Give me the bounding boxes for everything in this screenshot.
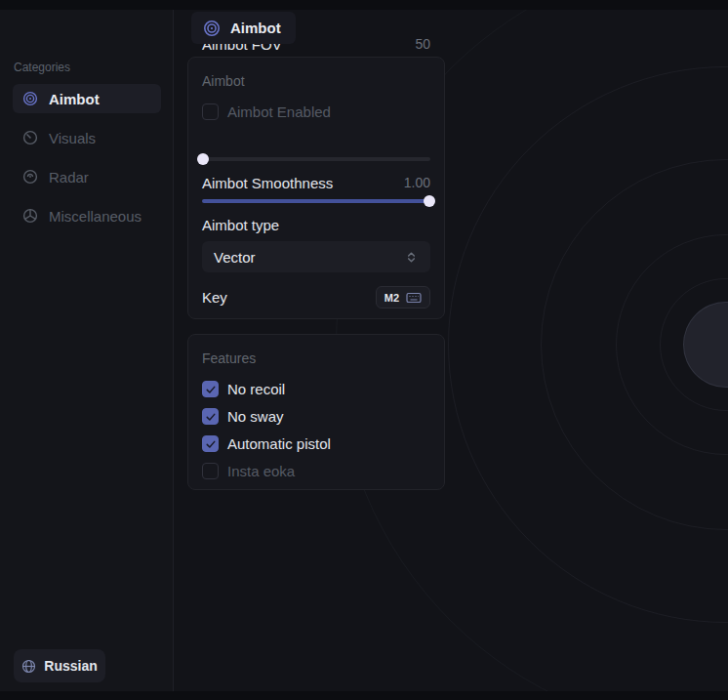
sidebar-item-label: Miscellaneous xyxy=(49,208,142,225)
language-button[interactable]: Russian xyxy=(14,649,105,682)
sidebar-item-label: Aimbot xyxy=(49,91,100,107)
aimbot-type-select[interactable]: Vector xyxy=(202,241,430,272)
aimbot-panel: Aimbot Aimbot Enabled Aimbot FOV 50 Aimb… xyxy=(187,57,445,319)
cheat-menu-window: Categories Aimbot Visuals Radar Miscella… xyxy=(0,10,728,691)
sidebar-item-visuals[interactable]: Visuals xyxy=(13,123,161,152)
feature-row-no-sway: No sway xyxy=(202,408,430,425)
feature-row-automatic-pistol: Automatic pistol xyxy=(202,435,430,452)
keyboard-icon xyxy=(406,290,422,306)
aimbot-type-label: Aimbot type xyxy=(202,217,279,233)
radar-icon xyxy=(22,169,38,185)
aimbot-fov-value: 50 xyxy=(415,36,430,52)
globe-icon xyxy=(21,659,36,674)
aimbot-smoothness-slider[interactable] xyxy=(202,195,430,207)
insta-eoka-label: Insta eoka xyxy=(227,463,295,479)
category-nav: Aimbot Visuals Radar Miscellaneous xyxy=(13,84,161,240)
target-icon xyxy=(203,20,221,37)
features-panel-title: Features xyxy=(202,350,256,366)
sidebar-item-miscellaneous[interactable]: Miscellaneous xyxy=(13,201,161,230)
keybind-button[interactable]: M2 xyxy=(376,286,430,309)
aimbot-fov-slider[interactable] xyxy=(202,153,430,165)
sidebar: Categories Aimbot Visuals Radar Miscella… xyxy=(0,10,174,691)
insta-eoka-checkbox[interactable] xyxy=(202,463,219,479)
no-sway-checkbox[interactable] xyxy=(202,408,219,425)
sidebar-item-label: Visuals xyxy=(49,130,96,146)
aimbot-smoothness-value: 1.00 xyxy=(404,175,430,190)
page-title: Aimbot xyxy=(230,20,281,36)
sidebar-item-radar[interactable]: Radar xyxy=(13,162,161,191)
page-title-chip: Aimbot xyxy=(191,12,296,44)
no-recoil-label: No recoil xyxy=(227,381,285,397)
aimbot-enabled-row: Aimbot Enabled xyxy=(202,103,430,120)
key-label: Key xyxy=(202,289,227,306)
slider-thumb[interactable] xyxy=(197,153,209,165)
aimbot-enabled-checkbox[interactable] xyxy=(202,103,219,120)
slider-track xyxy=(202,157,430,161)
globe-icon xyxy=(22,208,38,224)
feature-row-no-recoil: No recoil xyxy=(202,381,430,397)
target-icon xyxy=(22,91,38,106)
slider-track-filled xyxy=(202,199,430,203)
no-sway-label: No sway xyxy=(227,408,284,425)
no-recoil-checkbox[interactable] xyxy=(202,381,219,397)
slider-thumb[interactable] xyxy=(424,195,435,207)
keybind-value: M2 xyxy=(384,292,399,304)
sidebar-item-aimbot[interactable]: Aimbot xyxy=(13,84,161,113)
key-row: Key M2 xyxy=(202,286,430,309)
categories-label: Categories xyxy=(14,61,70,74)
aimbot-type-label-row: Aimbot type xyxy=(202,215,430,234)
automatic-pistol-checkbox[interactable] xyxy=(202,435,219,452)
aimbot-enabled-label: Aimbot Enabled xyxy=(227,103,331,120)
aimbot-smoothness-row: Aimbot Smoothness 1.00 xyxy=(202,173,430,192)
chevron-up-down-icon xyxy=(404,250,419,265)
feature-row-insta-eoka: Insta eoka xyxy=(202,463,430,479)
aimbot-type-selected-value: Vector xyxy=(214,249,256,266)
language-label: Russian xyxy=(44,658,97,674)
sidebar-item-label: Radar xyxy=(49,169,89,185)
automatic-pistol-label: Automatic pistol xyxy=(227,435,331,452)
aimbot-smoothness-label: Aimbot Smoothness xyxy=(202,175,333,191)
features-panel: Features No recoil No sway Automatic pis… xyxy=(187,334,445,490)
eye-icon xyxy=(22,130,38,145)
aimbot-panel-title: Aimbot xyxy=(202,73,245,89)
